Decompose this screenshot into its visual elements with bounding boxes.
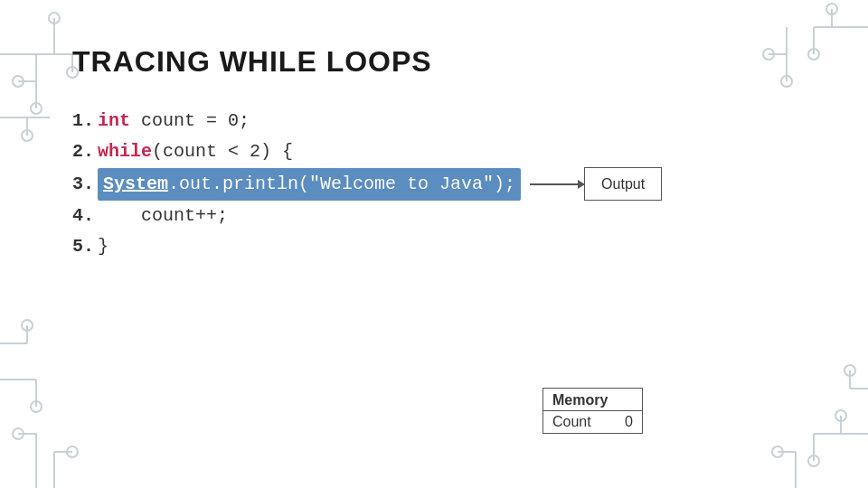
memory-header: Memory — [543, 389, 642, 411]
keyword-int: int — [98, 106, 130, 136]
svg-point-30 — [13, 428, 24, 439]
memory-row: Count 0 — [543, 411, 642, 433]
svg-point-36 — [22, 320, 33, 331]
highlighted-code: System.out.println("Welcome to Java"); — [98, 168, 521, 201]
svg-point-41 — [835, 410, 846, 421]
code-line-1: 1. int count = 0; — [72, 106, 796, 136]
code-text-5: } — [98, 231, 108, 262]
memory-section: Memory Count 0 — [542, 388, 643, 434]
code-line-2: 2. while (count < 2) { — [72, 136, 796, 167]
svg-point-44 — [772, 446, 783, 457]
output-box: Output — [584, 167, 662, 201]
line-num-2: 2. — [72, 136, 94, 167]
svg-point-39 — [808, 455, 819, 466]
code-line-4: 4. count++; — [72, 201, 796, 231]
memory-value: 0 — [625, 414, 633, 430]
code-line-3: 3. System.out.println("Welcome to Java")… — [72, 167, 796, 201]
keyword-while: while — [98, 136, 152, 167]
output-arrow: Output — [530, 167, 662, 201]
code-text-2: (count < 2) { — [152, 136, 293, 167]
memory-label: Count — [552, 414, 607, 430]
memory-box: Memory Count 0 — [542, 388, 643, 434]
line-num-1: 1. — [72, 106, 94, 136]
svg-point-27 — [31, 401, 42, 412]
arrow-line — [530, 183, 584, 185]
code-line-5: 5. } — [72, 231, 796, 262]
code-block: 1. int count = 0; 2. while (count < 2) {… — [72, 106, 796, 262]
line-num-3: 3. — [72, 169, 94, 200]
svg-point-47 — [844, 365, 855, 376]
keyword-system: System — [103, 169, 168, 200]
code-text-4: count++; — [98, 201, 228, 231]
line-num-4: 4. — [72, 201, 94, 231]
page-title: TRACING WHILE LOOPS — [72, 45, 796, 79]
line-num-5: 5. — [72, 231, 94, 262]
svg-point-33 — [67, 446, 78, 457]
code-text-1: count = 0; — [130, 106, 250, 136]
